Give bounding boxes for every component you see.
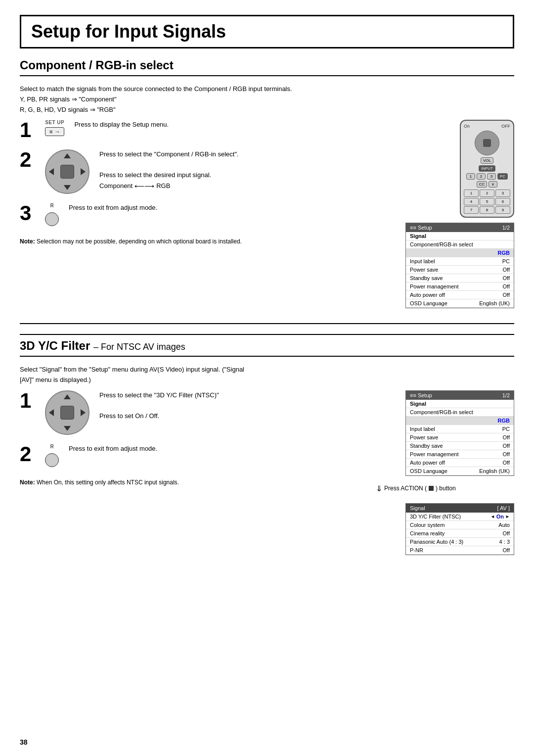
press-action-label: ⇓ Press ACTION ( ) button <box>376 484 456 493</box>
remote-num7[interactable]: 7 <box>464 206 479 214</box>
section-component-rgb: Component / RGB-in select Select to matc… <box>20 58 514 308</box>
section2-step1-row: 1 Press to select the <box>20 390 366 435</box>
section2-menu-row-power-mgmt: Power management Off <box>406 450 514 459</box>
dpad-up[interactable] <box>64 153 71 158</box>
section1-intro: Select to match the signals from the sou… <box>20 84 514 115</box>
main-title: Setup for Input Signals <box>20 15 514 48</box>
section2-dpad-up[interactable] <box>64 394 71 399</box>
remote-numpad: 1 2 3 4 5 6 7 8 9 <box>464 189 510 214</box>
remote-input-btn[interactable]: INPUT <box>479 165 495 172</box>
dpad-right[interactable] <box>81 168 86 175</box>
step1-number: 1 <box>20 120 37 141</box>
menu-row-power-mgmt: Power management Off <box>406 283 514 291</box>
section2-menu-section-signal: Signal <box>406 400 514 408</box>
step2-number: 2 <box>20 149 37 170</box>
section2-step1-number: 1 <box>20 390 37 411</box>
page-number: 38 <box>20 738 28 746</box>
setup-arrow-icon: → <box>54 129 60 135</box>
bidirectional-arrow-icon: ⟵⟶ <box>134 181 154 191</box>
menu-row-standby-save: Standby save Off <box>406 274 514 283</box>
step3-number: 3 <box>20 203 37 224</box>
section2-dpad-control[interactable] <box>45 390 89 435</box>
section2-step2-row: 2 R Press to exit from adjust mode. <box>20 444 366 469</box>
action-text-end: ) button <box>436 485 456 492</box>
section1-title: Component / RGB-in select <box>20 58 514 76</box>
remote-num5[interactable]: 5 <box>480 198 494 205</box>
signal-row-3dyc: 3D Y/C Filter (NTSC) ◄ On ► <box>406 513 514 521</box>
remote-on-label: On <box>464 124 470 129</box>
section2-dpad-left[interactable] <box>49 409 54 416</box>
section2-r-label: R <box>50 444 53 449</box>
remote-num6[interactable]: 6 <box>495 198 510 205</box>
section2-r-button[interactable] <box>45 453 59 467</box>
dpad-center[interactable] <box>60 165 74 179</box>
section1-menu-table: ≡≡ Setup 1/2 Signal Component/RGB-in sel… <box>405 223 514 308</box>
section1-note: Note: Selection may not be possible, dep… <box>20 237 366 246</box>
menu-row-auto-power: Auto power off Off <box>406 291 514 299</box>
section2-step1-text: Press to select the "3D Y/C Filter (NTSC… <box>99 390 366 421</box>
remote-num8[interactable]: 8 <box>480 206 494 214</box>
remote-control: On OFF VOL INPUT 1 2 3 <box>460 120 514 218</box>
dpad-left[interactable] <box>49 168 54 175</box>
setup-label: SET UP <box>45 120 64 125</box>
r-button[interactable] <box>45 212 59 226</box>
section2-dpad-center[interactable] <box>60 406 74 420</box>
section-divider <box>20 323 514 324</box>
section2-menu-row-osd: OSD Language English (UK) <box>406 467 514 475</box>
step3-text: Press to exit from adjust mode. <box>69 203 366 213</box>
remote-dpad-center <box>483 139 491 147</box>
section2-step2-number: 2 <box>20 444 37 465</box>
menu-section-signal: Signal <box>406 232 514 240</box>
remote-num4[interactable]: 4 <box>464 198 479 205</box>
section1-steps: 1 SET UP ≡ → Press to display the Setup … <box>20 120 366 308</box>
section2-dpad-right[interactable] <box>81 409 86 416</box>
remote-input2-btn[interactable]: 2 <box>477 173 486 180</box>
section2-menu-row-power-save: Power save Off <box>406 433 514 442</box>
remote-input1-btn[interactable]: 1 <box>466 173 475 180</box>
step3-row: 3 R Press to exit from adjust mode. <box>20 203 366 228</box>
section2-title: 3D Y/C Filter – For NTSC AV images <box>20 334 514 357</box>
section2-intro: Select "Signal" from the "Setup" menu du… <box>20 365 514 385</box>
remote-input3-btn[interactable]: 3 <box>487 173 496 180</box>
section2-menu-header: ≡≡ Setup 1/2 <box>406 391 514 400</box>
signal-row-panasonic: Panasonic Auto (4 : 3) 4 : 3 <box>406 538 514 546</box>
section2-menu-row-component: Component/RGB-in select <box>406 408 514 417</box>
section2-right-col: ≡≡ Setup 1/2 Signal Component/RGB-in sel… <box>376 390 514 555</box>
section2-note: Note: When On, this setting only affects… <box>20 478 366 487</box>
remote-vol-label: VOL <box>481 157 493 164</box>
section1-right-col: On OFF VOL INPUT 1 2 3 <box>376 120 514 308</box>
section2-dpad-down[interactable] <box>64 426 71 431</box>
signal-av-header: Signal [ AV ] <box>406 504 514 513</box>
remote-off-label: OFF <box>501 124 510 129</box>
menu-row-rgb-value: RGB <box>406 249 514 257</box>
section-3d-yc-filter: 3D Y/C Filter – For NTSC AV images Selec… <box>20 334 514 555</box>
remote-pc-btn[interactable]: PC <box>497 173 508 180</box>
remote-num2[interactable]: 2 <box>480 189 494 197</box>
menu-row-component-rgb: Component/RGB-in select <box>406 240 514 249</box>
section2-steps: 1 Press to select the <box>20 390 366 555</box>
section2-menu-row-standby: Standby save Off <box>406 442 514 450</box>
action-square-icon <box>429 486 434 491</box>
remote-cc-btn[interactable]: CC <box>477 181 488 188</box>
remote-num1[interactable]: 1 <box>464 189 479 197</box>
menu-row-power-save: Power save Off <box>406 266 514 274</box>
setup-button-icon[interactable]: ≡ → <box>45 127 64 136</box>
remote-num9[interactable]: 9 <box>495 206 510 214</box>
remote-v-btn[interactable]: ∨ <box>489 181 497 188</box>
section2-step2-text: Press to exit from adjust mode. <box>69 444 366 454</box>
remote-num3[interactable]: 3 <box>495 189 510 197</box>
menu-row-osd-lang: OSD Language English (UK) <box>406 299 514 308</box>
remote-dpad <box>475 131 499 155</box>
section2-menu-row-input-label: Input label PC <box>406 425 514 433</box>
dpad-control[interactable] <box>45 149 89 194</box>
signal-row-pnr: P-NR Off <box>406 546 514 555</box>
step2-text: Press to select the "Component / RGB-in … <box>99 149 366 191</box>
setup-icon: ≡ <box>49 129 52 135</box>
step2-row: 2 Press to select the <box>20 149 366 194</box>
section2-menu-table: ≡≡ Setup 1/2 Signal Component/RGB-in sel… <box>405 390 514 476</box>
signal-av-table: Signal [ AV ] 3D Y/C Filter (NTSC) ◄ On … <box>405 503 514 555</box>
signal-row-cinema: Cinema reality Off <box>406 529 514 538</box>
dpad-down[interactable] <box>64 185 71 190</box>
step1-text: Press to display the Setup menu. <box>74 120 366 130</box>
menu-row-input-label: Input label PC <box>406 257 514 266</box>
